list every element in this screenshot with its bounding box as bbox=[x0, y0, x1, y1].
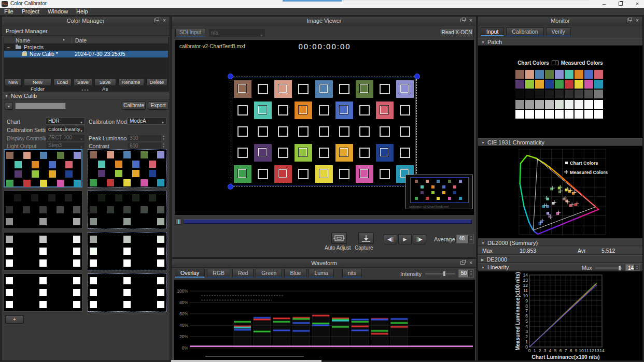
new-folder-button[interactable]: New Folder bbox=[24, 78, 51, 86]
menu-file[interactable]: File bbox=[0, 8, 18, 16]
chart-thumbnail-color-measured[interactable] bbox=[88, 149, 166, 187]
tree-row-projects[interactable]: − Projects bbox=[4, 44, 168, 51]
waveform-tab-blue[interactable]: Blue bbox=[284, 269, 306, 278]
calib-name-input[interactable] bbox=[15, 103, 66, 109]
waveform-tab-nits[interactable]: nits bbox=[342, 269, 362, 278]
pip-patch bbox=[448, 197, 451, 200]
waveform-tab-overlay[interactable]: Overlay bbox=[175, 269, 205, 278]
selection-handle-top-left[interactable] bbox=[228, 74, 233, 79]
float-panel-icon[interactable] bbox=[460, 19, 465, 22]
expander-icon[interactable]: − bbox=[7, 44, 10, 51]
chart-cell-inner-outline bbox=[238, 84, 246, 93]
test-chart-image bbox=[232, 78, 415, 185]
close-button[interactable]: × bbox=[631, 0, 644, 8]
calibration-setting-select[interactable]: Color&Linearity▼ bbox=[46, 126, 85, 133]
waveform-tab-luma[interactable]: Luma bbox=[309, 269, 333, 278]
menu-help[interactable]: Help bbox=[72, 8, 92, 16]
linearity-max-slider-knob[interactable] bbox=[618, 265, 621, 271]
chart-patch bbox=[123, 301, 131, 308]
capture-button[interactable] bbox=[358, 233, 374, 244]
float-panel-icon[interactable] bbox=[627, 19, 631, 22]
light-output-select[interactable]: Step3▼ bbox=[46, 142, 85, 149]
rename-button[interactable]: Rename bbox=[118, 78, 144, 86]
delete-button[interactable]: Delete bbox=[146, 78, 167, 86]
peak-luminance-spinner[interactable]: 300▲▼ bbox=[127, 134, 166, 141]
chart-cell-outline bbox=[359, 148, 370, 158]
seek-handle[interactable] bbox=[175, 219, 181, 225]
svg-text:Measured Colors: Measured Colors bbox=[570, 170, 608, 175]
monitor-tab-input[interactable]: Input bbox=[481, 27, 504, 36]
waveform-tab-green[interactable]: Green bbox=[256, 269, 282, 278]
waveform-tab-rgb[interactable]: RGB bbox=[207, 269, 230, 278]
seek-track[interactable] bbox=[184, 220, 472, 224]
chart-cell-inner-outline bbox=[340, 106, 348, 114]
name-dropdown-button[interactable]: ▼ bbox=[5, 102, 13, 110]
add-chart-button[interactable]: + bbox=[5, 315, 24, 324]
close-panel-icon[interactable]: × bbox=[635, 17, 640, 23]
sdi-input-button[interactable]: SDI Input bbox=[175, 28, 205, 37]
sdi-source-select[interactable]: n/a▼ bbox=[208, 28, 265, 37]
save-as-button[interactable]: Save As bbox=[94, 78, 116, 86]
close-panel-icon[interactable]: × bbox=[468, 259, 473, 266]
auto-adjust-button[interactable] bbox=[331, 233, 347, 244]
video-viewport[interactable]: calibrator-v2-ChartTestB.mxf 00:00:00:00… bbox=[175, 40, 474, 215]
selection-handle-top-right[interactable] bbox=[414, 74, 420, 79]
menu-project[interactable]: Project bbox=[18, 8, 44, 16]
chart-thumbnail-white_m-measured[interactable] bbox=[88, 273, 166, 312]
patch-legend: Chart ColorsMeasured Colors bbox=[478, 60, 642, 66]
tree-header[interactable]: Name ▲ Date bbox=[4, 37, 168, 44]
intensity-spinner[interactable]: 50▲▼ bbox=[458, 269, 474, 278]
waveform-titlebar[interactable]: Waveform × bbox=[172, 259, 476, 268]
minimize-button[interactable]: – bbox=[597, 0, 611, 8]
export-button[interactable]: Export bbox=[148, 102, 169, 110]
intensity-slider[interactable] bbox=[425, 273, 455, 274]
tree-col-name[interactable]: Name bbox=[16, 37, 30, 44]
chart-thumbnail-light[interactable] bbox=[4, 232, 82, 270]
average-spinner[interactable]: 48▲▼ bbox=[456, 235, 474, 243]
step-back-button[interactable]: ◀|| bbox=[384, 234, 397, 244]
chart-thumbnail-color[interactable] bbox=[4, 149, 82, 187]
chart-thumbnail-white[interactable] bbox=[4, 273, 82, 312]
maximize-button[interactable] bbox=[614, 0, 627, 8]
patch-swatch bbox=[565, 90, 573, 98]
save-button[interactable]: Save bbox=[74, 78, 92, 86]
linearity-max-slider[interactable] bbox=[595, 267, 622, 269]
chart-thumbnail-dark[interactable] bbox=[4, 191, 82, 229]
svg-text:8: 8 bbox=[525, 303, 528, 309]
display-controller-select[interactable]: ZRCT-300▼ bbox=[46, 134, 85, 141]
menu-window[interactable]: Window bbox=[44, 8, 72, 16]
new-button[interactable]: New bbox=[5, 78, 22, 86]
tree-col-date[interactable]: Date bbox=[72, 37, 87, 44]
close-panel-icon[interactable]: × bbox=[468, 17, 473, 23]
calibrate-button[interactable]: Calibrate bbox=[122, 102, 146, 110]
float-panel-icon[interactable] bbox=[460, 261, 465, 265]
play-button[interactable]: ▶ bbox=[398, 234, 412, 244]
monitor-titlebar[interactable]: Monitor × bbox=[478, 17, 642, 25]
float-panel-icon[interactable] bbox=[154, 19, 158, 22]
chart-thumbnail-light_m-measured[interactable] bbox=[88, 232, 166, 270]
close-panel-icon[interactable]: × bbox=[162, 17, 167, 23]
de2000-summary-header[interactable]: ▼DE2000 (Summary) bbox=[478, 239, 642, 246]
step-forward-button[interactable]: ||▶ bbox=[413, 234, 426, 244]
cie-section-header[interactable]: ▼CIE 1931 Chromaticity bbox=[478, 138, 642, 146]
linearity-max-spinner[interactable]: 14▲▼ bbox=[625, 264, 640, 271]
color-manager-titlebar[interactable]: Color Manager × bbox=[2, 17, 170, 25]
chart-select[interactable]: HDR▼ bbox=[46, 118, 85, 125]
intensity-slider-knob[interactable] bbox=[443, 271, 446, 277]
chart-thumbnail-dark_m-measured[interactable] bbox=[88, 191, 166, 229]
de2000-section-header[interactable]: ▶DE2000 bbox=[478, 255, 642, 263]
chart-cell-purple bbox=[254, 144, 272, 162]
read-xocn-button[interactable]: Read X-OCN bbox=[440, 28, 474, 37]
tree-row-new-calib[interactable]: New Calib * 2024-07-30 23:25:05 bbox=[4, 51, 168, 57]
monitor-tab-calibration[interactable]: Calibration bbox=[506, 27, 543, 36]
image-viewer-titlebar[interactable]: Image Viewer × bbox=[172, 17, 476, 25]
monitor-tab-verify[interactable]: Verify bbox=[546, 27, 571, 36]
selection-handle-bottom-left[interactable] bbox=[228, 184, 233, 190]
load-button[interactable]: Load bbox=[53, 78, 72, 86]
contrast-spinner[interactable]: 600▲▼ bbox=[127, 142, 166, 149]
new-calib-section-header[interactable]: ▼New Calib bbox=[2, 92, 170, 99]
waveform-tab-red[interactable]: Red bbox=[232, 269, 254, 278]
patch-section-header[interactable]: ▼Patch bbox=[478, 38, 642, 46]
calibration-mode-select[interactable]: ModeA▼ bbox=[127, 118, 166, 125]
linearity-section-header[interactable]: ▼Linearity Max 14▲▼ bbox=[478, 263, 642, 271]
